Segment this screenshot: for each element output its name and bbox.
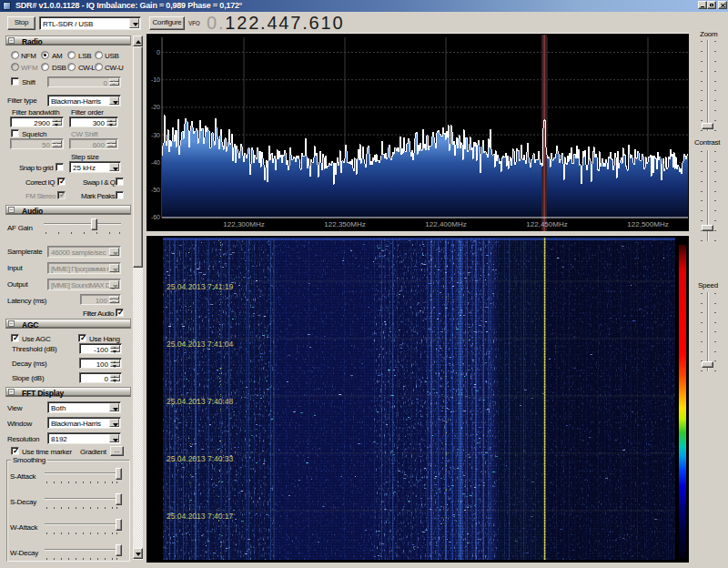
svg-text:122,400MHz: 122,400MHz xyxy=(425,220,466,228)
svg-text:0: 0 xyxy=(157,49,160,56)
svg-text:25.04.2013 7:40:17: 25.04.2013 7:40:17 xyxy=(167,512,234,521)
svg-text:-40: -40 xyxy=(151,159,160,166)
svg-text:25.04.2013 7:40:48: 25.04.2013 7:40:48 xyxy=(167,397,234,406)
svg-text:25.04.2013 7:41:04: 25.04.2013 7:41:04 xyxy=(167,340,234,349)
svg-text:122,300MHz: 122,300MHz xyxy=(223,220,264,228)
svg-text:-20: -20 xyxy=(151,104,160,110)
svg-text:-10: -10 xyxy=(151,76,160,83)
svg-text:25.04.2013 7:40:33: 25.04.2013 7:40:33 xyxy=(167,454,234,463)
svg-text:-50: -50 xyxy=(151,187,160,193)
svg-text:-60: -60 xyxy=(151,214,160,220)
svg-text:25.04.2013 7:41:19: 25.04.2013 7:41:19 xyxy=(167,282,234,291)
svg-text:122,450MHz: 122,450MHz xyxy=(526,220,567,228)
svg-text:122,500MHz: 122,500MHz xyxy=(627,220,668,228)
svg-text:122,350MHz: 122,350MHz xyxy=(324,220,365,228)
svg-text:-30: -30 xyxy=(151,132,160,138)
